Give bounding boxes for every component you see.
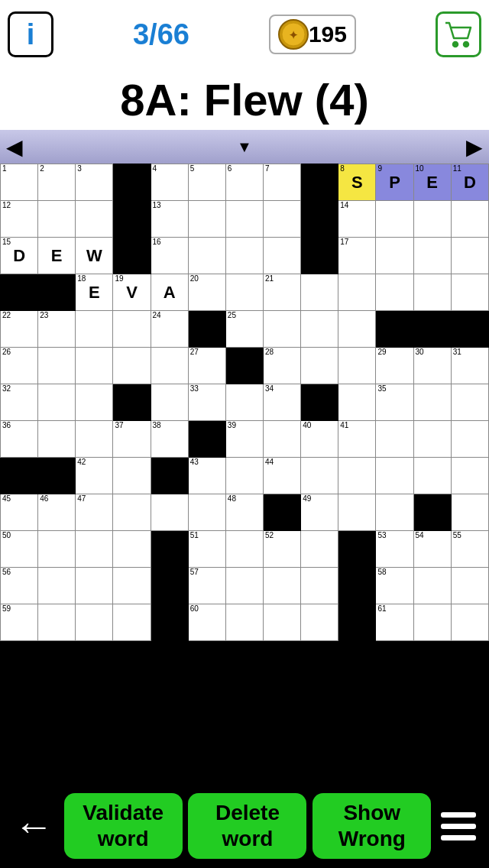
grid-cell[interactable]: 61: [376, 604, 413, 641]
grid-cell[interactable]: [151, 568, 188, 604]
back-button[interactable]: ←: [9, 795, 58, 857]
grid-cell[interactable]: 13: [151, 201, 188, 238]
grid-cell[interactable]: [38, 458, 76, 494]
grid-cell[interactable]: A: [151, 274, 188, 311]
grid-cell[interactable]: 59: [1, 604, 38, 641]
grid-cell[interactable]: [301, 458, 338, 494]
grid-cell[interactable]: [76, 348, 113, 384]
grid-cell[interactable]: 5: [188, 164, 225, 201]
grid-cell[interactable]: 42: [76, 458, 113, 494]
grid-cell[interactable]: 32: [1, 384, 38, 421]
grid-cell[interactable]: 53: [376, 531, 413, 568]
grid-cell[interactable]: [451, 238, 488, 274]
grid-cell[interactable]: 38: [151, 421, 188, 458]
grid-cell[interactable]: [151, 604, 188, 641]
grid-cell[interactable]: [113, 531, 151, 568]
grid-cell[interactable]: [301, 568, 338, 604]
grid-cell[interactable]: 60: [188, 604, 225, 641]
grid-cell[interactable]: [338, 531, 376, 568]
grid-cell[interactable]: [376, 494, 413, 531]
grid-cell[interactable]: 40: [301, 421, 338, 458]
grid-cell[interactable]: [113, 604, 151, 641]
grid-cell[interactable]: [263, 568, 300, 604]
grid-cell[interactable]: 20: [188, 274, 225, 311]
grid-cell[interactable]: 56: [1, 568, 38, 604]
grid-cell[interactable]: [38, 201, 76, 238]
grid-cell[interactable]: 33: [188, 384, 225, 421]
grid-cell[interactable]: 55: [451, 531, 488, 568]
grid-cell[interactable]: [188, 421, 225, 458]
grid-cell[interactable]: [376, 238, 413, 274]
grid-cell[interactable]: [376, 274, 413, 311]
grid-cell[interactable]: [301, 531, 338, 568]
grid-cell[interactable]: W: [76, 238, 113, 274]
grid-cell[interactable]: [413, 604, 451, 641]
grid-cell[interactable]: 9P: [376, 164, 413, 201]
grid-cell[interactable]: [338, 384, 376, 421]
grid-cell[interactable]: 31: [451, 348, 488, 384]
grid-cell[interactable]: 22: [1, 311, 38, 348]
grid-cell[interactable]: [151, 531, 188, 568]
grid-cell[interactable]: [76, 201, 113, 238]
grid-cell[interactable]: 41: [338, 421, 376, 458]
grid-cell[interactable]: [76, 384, 113, 421]
grid-cell[interactable]: [263, 201, 300, 238]
grid-cell[interactable]: [338, 458, 376, 494]
grid-cell[interactable]: 12: [1, 201, 38, 238]
grid-cell[interactable]: [413, 201, 451, 238]
crossword-grid[interactable]: 12345678S9P10E11D12131415DEW161718E19VA2…: [0, 164, 489, 641]
grid-cell[interactable]: [225, 531, 263, 568]
grid-cell[interactable]: [451, 494, 488, 531]
grid-cell[interactable]: [413, 568, 451, 604]
grid-cell[interactable]: [188, 238, 225, 274]
grid-cell[interactable]: [188, 311, 225, 348]
grid-cell[interactable]: [225, 201, 263, 238]
grid-cell[interactable]: [376, 421, 413, 458]
grid-cell[interactable]: 30: [413, 348, 451, 384]
grid-cell[interactable]: 27: [188, 348, 225, 384]
grid-cell[interactable]: 25: [225, 311, 263, 348]
grid-cell[interactable]: [338, 274, 376, 311]
grid-cell[interactable]: 18E: [76, 274, 113, 311]
grid-cell[interactable]: [225, 238, 263, 274]
grid-cell[interactable]: [38, 348, 76, 384]
grid-cell[interactable]: 26: [1, 348, 38, 384]
grid-cell[interactable]: [76, 531, 113, 568]
grid-cell[interactable]: [38, 568, 76, 604]
grid-cell[interactable]: [263, 494, 300, 531]
grid-cell[interactable]: [113, 201, 151, 238]
grid-cell[interactable]: [338, 604, 376, 641]
grid-cell[interactable]: [225, 384, 263, 421]
grid-cell[interactable]: 52: [263, 531, 300, 568]
cart-button[interactable]: [436, 11, 481, 57]
grid-cell[interactable]: [451, 274, 488, 311]
grid-cell[interactable]: [76, 568, 113, 604]
grid-cell[interactable]: [338, 494, 376, 531]
grid-cell[interactable]: [263, 311, 300, 348]
grid-cell[interactable]: [301, 164, 338, 201]
grid-cell[interactable]: [1, 274, 38, 311]
grid-cell[interactable]: [113, 311, 151, 348]
grid-cell[interactable]: [225, 604, 263, 641]
scroll-down-arrow[interactable]: ▼: [237, 138, 252, 156]
grid-cell[interactable]: [451, 458, 488, 494]
scroll-bar[interactable]: ◀ ▼ ▶: [0, 130, 489, 164]
grid-cell[interactable]: 2: [38, 164, 76, 201]
grid-cell[interactable]: 15D: [1, 238, 38, 274]
grid-cell[interactable]: [263, 421, 300, 458]
grid-cell[interactable]: [151, 384, 188, 421]
grid-cell[interactable]: 10E: [413, 164, 451, 201]
grid-cell[interactable]: [151, 348, 188, 384]
grid-cell[interactable]: [38, 384, 76, 421]
grid-cell[interactable]: 6: [225, 164, 263, 201]
grid-cell[interactable]: 19V: [113, 274, 151, 311]
grid-cell[interactable]: 46: [38, 494, 76, 531]
grid-cell[interactable]: [451, 311, 488, 348]
scroll-left-arrow[interactable]: ◀: [6, 134, 23, 160]
grid-cell[interactable]: [413, 458, 451, 494]
grid-cell[interactable]: [225, 568, 263, 604]
grid-cell[interactable]: [413, 384, 451, 421]
grid-cell[interactable]: [338, 568, 376, 604]
grid-cell[interactable]: 3: [76, 164, 113, 201]
grid-cell[interactable]: 17: [338, 238, 376, 274]
